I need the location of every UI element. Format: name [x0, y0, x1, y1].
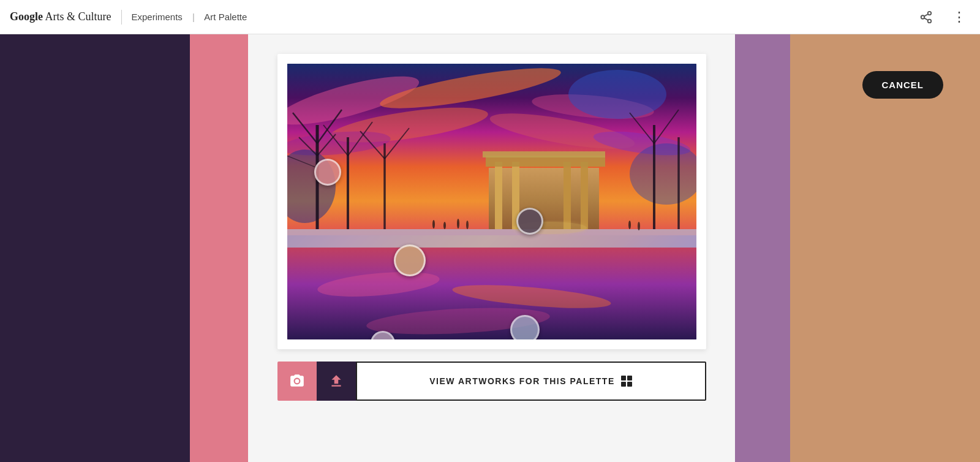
svg-line-4	[924, 13, 928, 16]
svg-point-0	[928, 11, 932, 15]
svg-point-50	[638, 222, 640, 230]
svg-rect-24	[581, 162, 588, 229]
svg-rect-22	[495, 162, 502, 229]
main-layout: VIEW ARTWORKS FOR THIS PALETTE CANCEL	[0, 34, 980, 462]
share-icon	[919, 10, 933, 24]
svg-point-49	[628, 221, 631, 229]
svg-rect-16	[287, 229, 696, 248]
svg-point-47	[457, 219, 459, 229]
svg-rect-25	[564, 162, 571, 229]
header-actions: ⋮	[914, 6, 970, 29]
grid-icon	[621, 376, 632, 387]
image-container	[277, 54, 706, 349]
view-artworks-button[interactable]: VIEW ARTWORKS FOR THIS PALETTE	[356, 362, 706, 401]
breadcrumb-experiments[interactable]: Experiments	[132, 12, 183, 22]
panel-right-tan: CANCEL	[790, 34, 980, 462]
svg-point-48	[466, 221, 469, 229]
center-content: VIEW ARTWORKS FOR THIS PALETTE	[248, 34, 735, 462]
logo-arts-culture: Arts & Culture	[43, 10, 111, 23]
logo-google: Google	[10, 10, 43, 23]
svg-rect-27	[483, 151, 605, 157]
view-artworks-label: VIEW ARTWORKS FOR THIS PALETTE	[429, 376, 614, 386]
svg-point-46	[443, 222, 446, 229]
upload-button[interactable]	[317, 362, 356, 401]
panel-left-dark	[0, 34, 190, 462]
logo: Google Arts & Culture	[10, 10, 111, 23]
more-options-button[interactable]: ⋮	[948, 6, 970, 29]
svg-line-3	[924, 18, 928, 20]
svg-point-13	[568, 70, 666, 119]
toolbar: VIEW ARTWORKS FOR THIS PALETTE	[277, 362, 706, 401]
panel-right-purple	[735, 34, 790, 462]
svg-point-52	[295, 379, 299, 384]
breadcrumb: Experiments | Art Palette	[132, 12, 247, 22]
svg-point-45	[432, 220, 435, 229]
color-dot-blue-gray[interactable]	[510, 315, 540, 339]
panel-left-pink	[190, 34, 248, 462]
share-button[interactable]	[914, 6, 938, 29]
color-dot-pink[interactable]	[314, 159, 341, 186]
breadcrumb-separator: |	[192, 12, 195, 22]
logo-divider	[121, 10, 122, 25]
svg-point-1	[921, 15, 925, 19]
camera-icon	[289, 373, 305, 389]
color-dot-dark[interactable]	[516, 208, 543, 235]
artwork-image	[287, 64, 696, 339]
color-dot-tan[interactable]	[394, 244, 426, 276]
breadcrumb-palette[interactable]: Art Palette	[204, 12, 247, 22]
more-dots-icon: ⋮	[952, 10, 965, 24]
header: Google Arts & Culture Experiments | Art …	[0, 0, 980, 34]
svg-point-2	[928, 19, 932, 22]
camera-button[interactable]	[277, 362, 317, 401]
cancel-button[interactable]: CANCEL	[862, 71, 944, 99]
upload-icon	[328, 373, 344, 389]
